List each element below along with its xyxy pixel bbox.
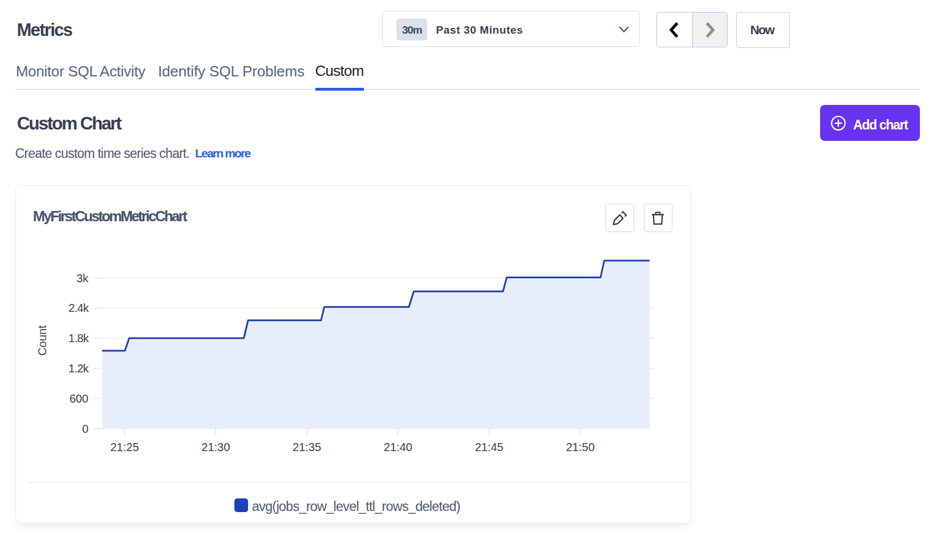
svg-text:3k: 3k bbox=[76, 272, 89, 285]
svg-text:21:30: 21:30 bbox=[201, 441, 230, 453]
svg-text:1.8k: 1.8k bbox=[68, 332, 90, 344]
svg-text:1.2k: 1.2k bbox=[68, 362, 90, 375]
svg-text:600: 600 bbox=[70, 392, 88, 405]
svg-text:0: 0 bbox=[82, 423, 88, 435]
svg-text:2.4k: 2.4k bbox=[68, 302, 90, 314]
svg-text:21:50: 21:50 bbox=[566, 441, 594, 453]
svg-text:21:35: 21:35 bbox=[293, 441, 321, 453]
svg-text:21:40: 21:40 bbox=[384, 441, 412, 453]
svg-text:21:45: 21:45 bbox=[475, 441, 504, 453]
svg-text:Count: Count bbox=[36, 325, 48, 356]
svg-text:21:25: 21:25 bbox=[110, 441, 139, 453]
